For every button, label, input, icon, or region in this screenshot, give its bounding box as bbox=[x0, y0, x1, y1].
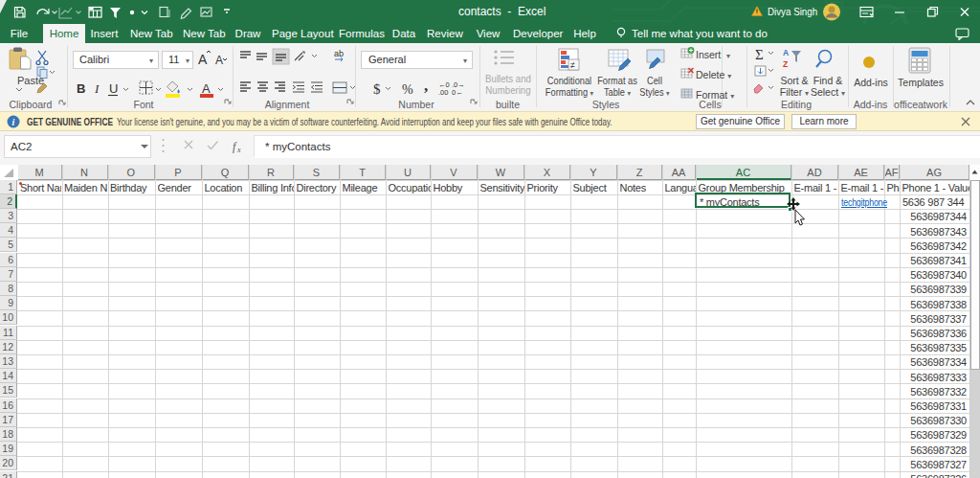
svg-text:.00: .00 bbox=[438, 88, 448, 97]
svg-text:$: $ bbox=[373, 81, 381, 97]
svg-text:Σ: Σ bbox=[755, 47, 764, 62]
svg-text:x: x bbox=[236, 146, 241, 154]
svg-text:,: , bbox=[424, 77, 428, 95]
svg-text:A: A bbox=[198, 52, 208, 67]
svg-text:I: I bbox=[94, 81, 100, 96]
svg-text:ab: ab bbox=[334, 49, 344, 58]
svg-text:Z: Z bbox=[783, 59, 788, 69]
svg-text:0←: 0← bbox=[452, 88, 463, 97]
svg-text:A: A bbox=[202, 81, 211, 96]
svg-text:A: A bbox=[215, 54, 223, 67]
svg-text:U: U bbox=[109, 81, 118, 96]
svg-text:B: B bbox=[77, 81, 85, 96]
svg-text:≠: ≠ bbox=[570, 60, 575, 70]
svg-text:i: i bbox=[12, 117, 15, 127]
svg-text:%: % bbox=[402, 82, 413, 97]
svg-text:A: A bbox=[783, 48, 789, 57]
